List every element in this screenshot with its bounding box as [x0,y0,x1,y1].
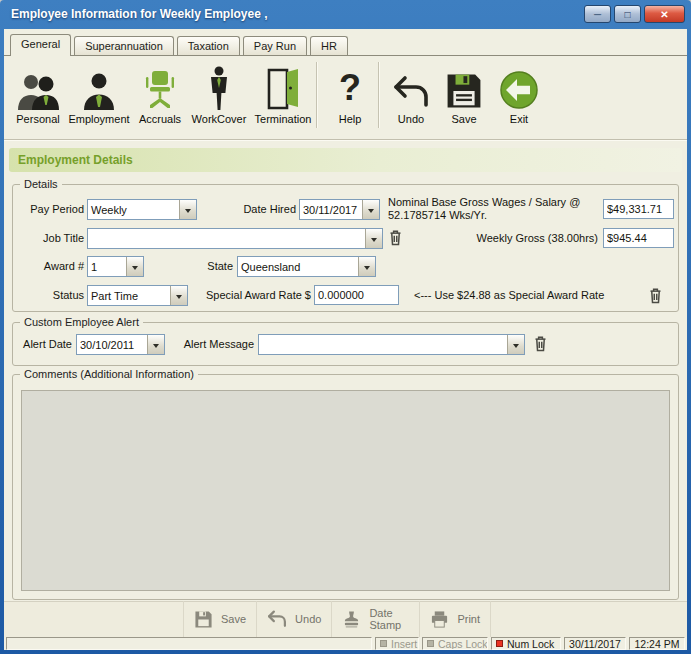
alert-date-value: 30/10/2011 [77,339,147,351]
pay-period-label: Pay Period [8,203,84,215]
footer-toolbar: Save Undo Date Stamp Print [183,601,491,637]
status-message-area [6,637,372,650]
state-label: State [180,260,233,272]
alert-date-label: Alert Date [14,338,72,350]
chevron-down-icon[interactable] [170,286,187,305]
minimize-icon: ─ [594,9,601,20]
tab-hr[interactable]: HR [310,36,348,55]
status-caps-lock-label: Caps Lock [438,638,488,650]
status-insert: Insert [375,637,419,650]
person-icon [81,60,117,110]
tab-bar: General Superannuation Taxation Pay Run … [4,33,687,56]
status-num-lock-label: Num Lock [507,638,554,650]
footer-print-button[interactable]: Print [419,601,491,637]
alert-date-select[interactable]: 30/10/2011 [76,334,165,355]
toolbar-undo-button[interactable]: Undo [381,60,441,134]
save-icon [194,610,213,629]
tab-pay-run[interactable]: Pay Run [243,36,307,55]
footer-undo-button[interactable]: Undo [256,601,331,637]
footer-save-button[interactable]: Save [183,601,256,637]
toolbar-employment-label: Employment [68,113,129,125]
status-date-value: 30/11/2017 [569,638,621,650]
status-num-lock: Num Lock [491,637,561,650]
maximize-button[interactable]: □ [614,5,641,23]
chevron-down-icon[interactable] [362,200,379,219]
toolbar-save-button[interactable]: Save [434,60,494,134]
toolbar-personal-label: Personal [16,113,59,125]
comments-legend: Comments (Additional Information) [20,368,198,380]
status-label: Status [8,289,84,301]
toolbar-termination-button[interactable]: Termination [253,60,313,134]
exit-arrow-icon [499,60,539,110]
footer-save-label: Save [221,613,246,625]
nominal-wages-input[interactable] [603,199,674,219]
window-controls: ─ □ ✕ [584,5,685,23]
award-number-label: Award # [8,260,84,272]
tab-taxation[interactable]: Taxation [177,36,240,55]
pay-period-value: Weekly [88,204,179,216]
state-select[interactable]: Queensland [237,256,376,277]
award-number-select[interactable]: 1 [87,256,144,277]
alert-message-select[interactable] [258,334,525,355]
date-hired-select[interactable]: 30/11/2017 [299,199,380,220]
toolbar-help-label: Help [339,113,362,125]
special-award-rate-hint: <--- Use $24.88 as Special Award Rate [414,289,604,301]
job-title-label: Job Title [8,232,84,244]
toolbar-employment-button[interactable]: Employment [69,60,129,134]
minimize-button[interactable]: ─ [584,5,611,23]
pay-period-select[interactable]: Weekly [87,199,197,220]
chevron-down-icon[interactable] [126,257,143,276]
clear-special-rate-trash-icon[interactable] [648,287,664,305]
status-date: 30/11/2017 [564,637,626,650]
question-mark-icon: ? [339,60,361,110]
toolbar-exit-label: Exit [510,113,528,125]
toolbar-accruals-label: Accruals [139,113,181,125]
worker-person-icon [206,60,232,110]
toolbar-accruals-button[interactable]: Accruals [130,60,190,134]
toolbar-help-button[interactable]: ? Help [320,60,380,134]
clear-alert-trash-icon[interactable] [533,335,549,353]
people-icon [17,60,59,110]
tab-general[interactable]: General [10,34,71,56]
chevron-down-icon[interactable] [358,257,375,276]
nominal-wages-label: Nominal Base Gross Wages / Salary @52.17… [388,196,602,222]
stamp-icon [342,610,361,629]
footer-date-stamp-label: Date Stamp [369,607,409,631]
close-button[interactable]: ✕ [644,5,685,23]
status-time-value: 12:24 PM [635,638,680,650]
undo-arrow-icon [267,610,287,628]
clear-job-title-trash-icon[interactable] [388,229,404,247]
caps-lock-indicator-icon [427,640,434,647]
status-caps-lock: Caps Lock [422,637,488,650]
chevron-down-icon[interactable] [365,229,382,248]
toolbar-workcover-button[interactable]: WorkCover [189,60,249,134]
custom-alert-legend: Custom Employee Alert [20,316,143,328]
toolbar-separator [316,62,317,128]
status-bar: Insert Caps Lock Num Lock 30/11/2017 12:… [4,637,687,650]
toolbar-workcover-label: WorkCover [192,113,247,125]
chevron-down-icon[interactable] [507,335,524,354]
job-title-select[interactable] [87,228,383,249]
chevron-down-icon[interactable] [147,335,164,354]
app-window: Employee Information for Weekly Employee… [0,0,691,654]
titlebar: Employee Information for Weekly Employee… [0,0,691,29]
toolbar-undo-label: Undo [398,113,424,125]
weekly-gross-label: Weekly Gross (38.00hrs) [440,232,598,244]
footer-date-stamp-button[interactable]: Date Stamp [331,601,419,637]
toolbar-personal-button[interactable]: Personal [8,60,68,134]
special-award-rate-input[interactable] [314,285,399,305]
chevron-down-icon[interactable] [179,200,196,219]
toolbar-separator [378,62,379,128]
maximize-icon: □ [624,9,630,20]
door-icon [265,60,301,110]
comments-textarea[interactable] [21,390,670,591]
status-select[interactable]: Part Time [87,285,188,306]
special-award-rate-label: Special Award Rate $ [195,289,311,301]
toolbar-termination-label: Termination [255,113,312,125]
date-hired-label: Date Hired [220,203,296,215]
toolbar-exit-button[interactable]: Exit [489,60,549,134]
weekly-gross-input[interactable] [603,228,674,248]
tab-superannuation[interactable]: Superannuation [74,36,174,55]
details-legend: Details [20,178,62,190]
window-title: Employee Information for Weekly Employee… [11,7,268,21]
